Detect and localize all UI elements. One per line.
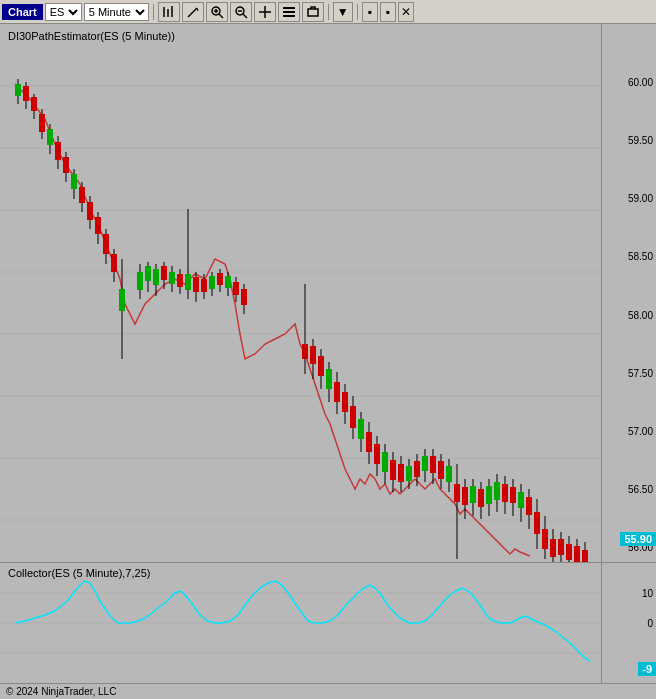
draw-button[interactable] — [182, 2, 204, 22]
indicator-title: Collector(ES (5 Minute),7,25) — [8, 567, 150, 579]
svg-rect-87 — [318, 356, 324, 376]
svg-rect-93 — [342, 392, 348, 412]
svg-rect-59 — [153, 269, 159, 285]
svg-rect-103 — [382, 452, 388, 472]
zoom-in-button[interactable] — [206, 2, 228, 22]
bars-button[interactable] — [158, 2, 180, 22]
svg-rect-55 — [137, 272, 143, 290]
svg-line-6 — [219, 14, 223, 18]
ind-label-0: 0 — [647, 618, 653, 629]
svg-rect-149 — [566, 544, 572, 560]
svg-rect-121 — [454, 484, 460, 502]
svg-rect-141 — [534, 512, 540, 534]
svg-rect-35 — [47, 129, 53, 145]
candlestick-chart — [0, 24, 600, 563]
svg-line-4 — [197, 8, 198, 11]
indicator-y-axis: 10 0 -20 -9 — [601, 563, 656, 683]
svg-rect-139 — [526, 497, 532, 515]
chart-container: DI30PathEstimator(ES (5 Minute)) — [0, 24, 656, 699]
svg-rect-151 — [574, 546, 580, 562]
price-chart[interactable]: DI30PathEstimator(ES (5 Minute)) — [0, 24, 656, 563]
copyright-text: © 2024 NinjaTrader, LLC — [6, 686, 116, 697]
candle-group-2 — [137, 209, 247, 314]
chart-trader-button[interactable] — [302, 2, 324, 22]
svg-rect-27 — [15, 84, 21, 96]
price-label-5850: 58.50 — [628, 251, 653, 262]
svg-rect-117 — [438, 461, 444, 479]
svg-line-10 — [243, 14, 247, 18]
svg-rect-125 — [470, 486, 476, 503]
svg-rect-39 — [63, 157, 69, 173]
price-label-5900: 59.00 — [628, 193, 653, 204]
svg-rect-49 — [103, 234, 109, 254]
svg-rect-67 — [185, 274, 191, 290]
svg-rect-135 — [510, 487, 516, 503]
svg-rect-129 — [486, 486, 492, 504]
svg-rect-37 — [55, 142, 61, 160]
svg-rect-107 — [398, 464, 404, 482]
close-button[interactable]: ✕ — [398, 2, 414, 22]
svg-rect-77 — [225, 276, 231, 288]
crosshair-button[interactable] — [254, 2, 276, 22]
price-label-5750: 57.50 — [628, 367, 653, 378]
svg-rect-57 — [145, 266, 151, 281]
svg-rect-33 — [39, 114, 45, 132]
window-btn-2[interactable]: ▪ — [380, 2, 396, 22]
svg-rect-15 — [283, 11, 295, 13]
svg-rect-131 — [494, 482, 500, 500]
properties-button[interactable] — [278, 2, 300, 22]
svg-rect-105 — [390, 460, 396, 480]
symbol-select[interactable]: ES — [45, 3, 82, 21]
svg-rect-51 — [111, 254, 117, 272]
toolbar: Chart ES 5 Minute ▼ ▪ ▪ ✕ — [0, 0, 656, 24]
svg-rect-83 — [302, 344, 308, 359]
separator-1 — [153, 4, 154, 20]
svg-rect-73 — [209, 276, 215, 289]
svg-rect-97 — [358, 419, 364, 439]
price-label-5950: 59.50 — [628, 135, 653, 146]
svg-rect-147 — [558, 539, 564, 555]
svg-rect-65 — [177, 274, 183, 287]
price-label-6000: 60.00 — [628, 77, 653, 88]
svg-rect-101 — [374, 444, 380, 464]
indicator-panel: Collector(ES (5 Minute),7,25) 10 0 -20 -… — [0, 563, 656, 683]
timeframe-select[interactable]: 5 Minute — [84, 3, 149, 21]
svg-rect-119 — [446, 466, 452, 482]
candle-group-3 — [302, 284, 588, 563]
price-chart-title: DI30PathEstimator(ES (5 Minute)) — [8, 30, 175, 42]
svg-rect-31 — [31, 97, 37, 111]
footer: © 2024 NinjaTrader, LLC — [0, 683, 656, 699]
svg-rect-71 — [201, 279, 207, 292]
svg-rect-109 — [406, 466, 412, 481]
svg-rect-95 — [350, 406, 356, 428]
svg-rect-85 — [310, 346, 316, 364]
svg-rect-75 — [217, 273, 223, 285]
svg-rect-45 — [87, 202, 93, 220]
indicator-value-badge: -9 — [638, 662, 656, 676]
candle-group-1 — [15, 79, 125, 359]
dropdown-button[interactable]: ▼ — [333, 2, 353, 22]
current-price-badge: 55.90 — [620, 532, 656, 546]
svg-rect-29 — [23, 86, 29, 101]
svg-rect-43 — [79, 187, 85, 203]
svg-rect-113 — [422, 456, 428, 471]
svg-rect-153 — [582, 550, 588, 563]
zoom-out-button[interactable] — [230, 2, 252, 22]
svg-rect-145 — [550, 539, 556, 557]
separator-3 — [357, 4, 358, 20]
svg-rect-81 — [241, 289, 247, 305]
svg-rect-115 — [430, 456, 436, 473]
price-y-axis: 60.00 59.50 59.00 58.50 58.00 57.50 57.0… — [601, 24, 656, 562]
svg-rect-47 — [95, 217, 101, 234]
svg-rect-79 — [233, 282, 239, 295]
svg-rect-61 — [161, 266, 167, 280]
price-label-5700: 57.00 — [628, 425, 653, 436]
ind-label-10: 10 — [642, 588, 653, 599]
window-btn-1[interactable]: ▪ — [362, 2, 378, 22]
svg-rect-137 — [518, 492, 524, 508]
svg-rect-123 — [462, 487, 468, 505]
svg-rect-69 — [193, 277, 199, 292]
svg-rect-16 — [283, 15, 295, 17]
svg-rect-89 — [326, 369, 332, 389]
svg-rect-41 — [71, 174, 77, 189]
